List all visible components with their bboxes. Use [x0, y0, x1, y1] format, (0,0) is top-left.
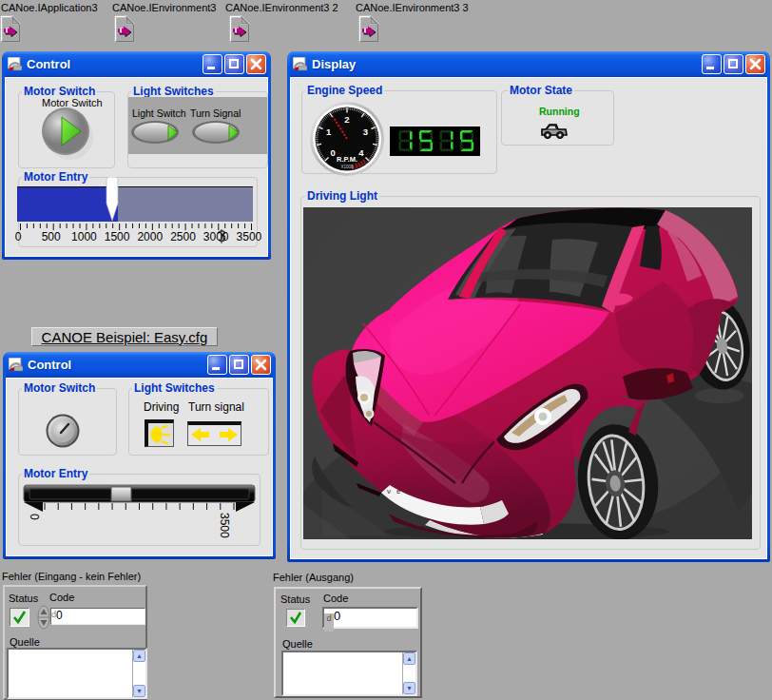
svg-text:0: 0 [331, 147, 336, 158]
svg-text:1: 1 [326, 126, 332, 137]
svg-text:3: 3 [363, 126, 368, 137]
svg-text:R.P.M.: R.P.M. [337, 155, 357, 164]
svg-text:2: 2 [344, 114, 349, 125]
svg-text:4: 4 [358, 147, 364, 158]
svg-text:vector: vector [387, 487, 442, 496]
svg-text:X1000: X1000 [340, 165, 354, 169]
